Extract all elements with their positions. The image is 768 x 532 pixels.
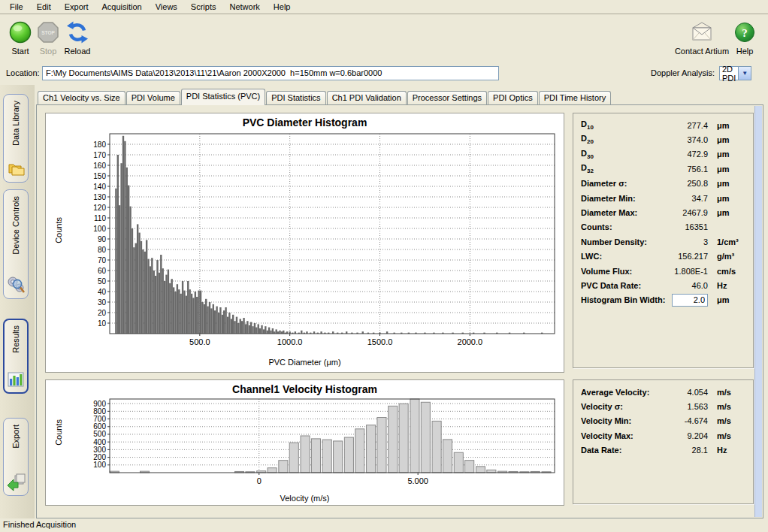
pvc-diameter-histogram-panel: 1020304050607080901001101201301401501601…	[45, 113, 564, 373]
svg-text:800: 800	[93, 407, 106, 416]
stat-row: Diameter Max:2467.9μm	[573, 205, 753, 219]
stat-label: D20	[581, 134, 660, 145]
svg-text:500.0: 500.0	[189, 337, 210, 346]
tab-pdi-optics[interactable]: PDI Optics	[488, 91, 538, 104]
svg-text:STOP: STOP	[41, 30, 55, 35]
stop-button: STOP Stop	[33, 20, 63, 56]
tab-ch1-velocity-vs-size[interactable]: Ch1 Velocity vs. Size	[38, 91, 125, 104]
stat-unit: μm	[717, 150, 747, 159]
stat-label: Diameter Min:	[581, 194, 660, 203]
velocity-chart-title: Channel1 Velocity Histogram	[46, 383, 564, 395]
contact-artium-button[interactable]: Contact Artium	[672, 20, 732, 56]
reload-button[interactable]: Reload	[60, 20, 95, 56]
velocity-histogram-panel: 10020030040050060070080090005.000 Channe…	[45, 379, 564, 506]
sidebar-item-results[interactable]: Results	[3, 319, 29, 394]
menu-network[interactable]: Network	[222, 1, 266, 13]
svg-text:500: 500	[93, 430, 106, 438]
svg-text:10: 10	[98, 319, 107, 328]
stat-unit: m/s	[717, 416, 747, 425]
stat-unit: cm/s	[717, 267, 747, 276]
tab-pdi-statistics[interactable]: PDI Statistics	[266, 91, 325, 104]
location-path-field[interactable]: F:\My Documents\AIMS Data\2013\2013\11\2…	[42, 66, 499, 80]
menu-export[interactable]: Export	[58, 1, 95, 13]
reload-label: Reload	[60, 47, 95, 56]
pvc-statistics-panel: D10277.4μmD20374.0μmD30472.9μmD32756.1μm…	[573, 113, 754, 368]
menu-acquisition[interactable]: Acquisition	[95, 1, 149, 13]
pvc-histogram-plot: 1020304050607080901001101201301401501601…	[46, 113, 562, 370]
stat-value: 156.217	[660, 252, 708, 261]
stat-unit: m/s	[717, 431, 747, 440]
pvc-statistics-rows: D10277.4μmD20374.0μmD30472.9μmD32756.1μm…	[573, 118, 753, 293]
menu-file[interactable]: File	[3, 1, 30, 13]
stat-label: Data Rate:	[581, 446, 660, 455]
contact-artium-label: Contact Artium	[672, 47, 732, 56]
stat-value: 3	[660, 237, 708, 246]
sidebar-item-export[interactable]: Export	[3, 418, 29, 496]
scrollbar[interactable]	[754, 106, 762, 517]
histogram-bin-width-input[interactable]	[672, 294, 708, 307]
menu-views[interactable]: Views	[149, 1, 184, 13]
stat-row: Volume Flux:1.808E-1cm/s	[573, 264, 753, 278]
svg-text:400: 400	[93, 438, 106, 446]
stat-label-subscript: 10	[587, 124, 594, 131]
doppler-analysis-label: Doppler Analysis:	[651, 68, 715, 77]
svg-text:5.000: 5.000	[407, 476, 428, 485]
stat-unit: μm	[717, 135, 747, 144]
stat-unit: μm	[717, 194, 747, 203]
stat-value: 472.9	[660, 150, 708, 159]
doppler-analysis-select[interactable]: 2D PDI ▼	[719, 66, 751, 80]
tab-pdi-volume[interactable]: PDI Volume	[126, 91, 180, 104]
tab-pdi-time-history[interactable]: PDI Time History	[539, 91, 612, 104]
stat-row: Counts:16351	[573, 220, 753, 234]
stat-row: LWC:156.217g/m³	[573, 249, 753, 264]
gears-magnifier-icon	[6, 275, 26, 295]
stat-row: Data Rate:28.1Hz	[573, 443, 753, 458]
sidebar-item-data-library[interactable]: Data Library	[3, 94, 29, 183]
stat-row: Diameter Min:34.7μm	[573, 191, 753, 205]
stat-unit: m/s	[717, 388, 747, 397]
side-rail: Data LibraryDevice ControlsResultsExport	[0, 85, 35, 518]
stat-label: Velocity Min:	[581, 416, 660, 425]
stat-row: Diameter σ:250.8μm	[573, 177, 753, 191]
svg-text:200: 200	[93, 453, 106, 461]
start-button[interactable]: Start	[5, 20, 36, 56]
stat-value: 1.563	[660, 402, 708, 411]
svg-text:100: 100	[93, 225, 106, 233]
stat-value: 34.7	[660, 194, 708, 203]
pvc-x-axis-label: PVC Diameter (μm)	[46, 358, 564, 367]
svg-text:60: 60	[98, 267, 107, 275]
sidebar-item-label: Device Controls	[11, 196, 20, 255]
sidebar-item-device-controls[interactable]: Device Controls	[3, 189, 29, 299]
start-icon	[5, 20, 36, 45]
svg-text:160: 160	[93, 162, 106, 170]
tab-pdi-statistics-pvc[interactable]: PDI Statistics (PVC)	[181, 89, 265, 105]
stat-row: D30472.9μm	[573, 147, 753, 162]
location-row: Location: F:\My Documents\AIMS Data\2013…	[0, 65, 768, 83]
svg-text:120: 120	[93, 204, 106, 212]
stat-label: D30	[581, 149, 660, 160]
help-icon: ?	[729, 20, 760, 45]
stat-row: Velocity σ:1.563m/s	[573, 399, 753, 413]
stat-label: D10	[581, 119, 660, 131]
tab-ch1-pdi-validation[interactable]: Ch1 PDI Validation	[327, 91, 407, 104]
menu-bar: FileEditExportAcquisitionViewsScriptsNet…	[0, 0, 768, 14]
dropdown-arrow-icon[interactable]: ▼	[738, 67, 751, 80]
histogram-bin-width-unit: μm	[717, 295, 747, 304]
svg-text:40: 40	[98, 288, 107, 296]
pvc-chart-title: PVC Diameter Histogram	[46, 116, 564, 128]
stat-row: PVC Data Rate:46.0Hz	[573, 278, 753, 292]
help-label: Help	[729, 47, 760, 56]
svg-text:0: 0	[257, 476, 262, 485]
tab-processor-settings[interactable]: Processor Settings	[407, 91, 487, 104]
help-button[interactable]: ? Help	[729, 20, 760, 56]
doppler-analysis-value: 2D PDI	[720, 65, 738, 83]
stat-value: 1.808E-1	[660, 267, 708, 276]
stat-unit: μm	[717, 165, 747, 174]
menu-scripts[interactable]: Scripts	[184, 1, 223, 13]
menu-edit[interactable]: Edit	[30, 1, 58, 13]
stat-row: D10277.4μm	[573, 118, 753, 132]
application-window: FileEditExportAcquisitionViewsScriptsNet…	[0, 0, 768, 532]
svg-text:300: 300	[93, 446, 106, 454]
stat-value: 250.8	[660, 179, 708, 188]
menu-help[interactable]: Help	[267, 1, 298, 13]
